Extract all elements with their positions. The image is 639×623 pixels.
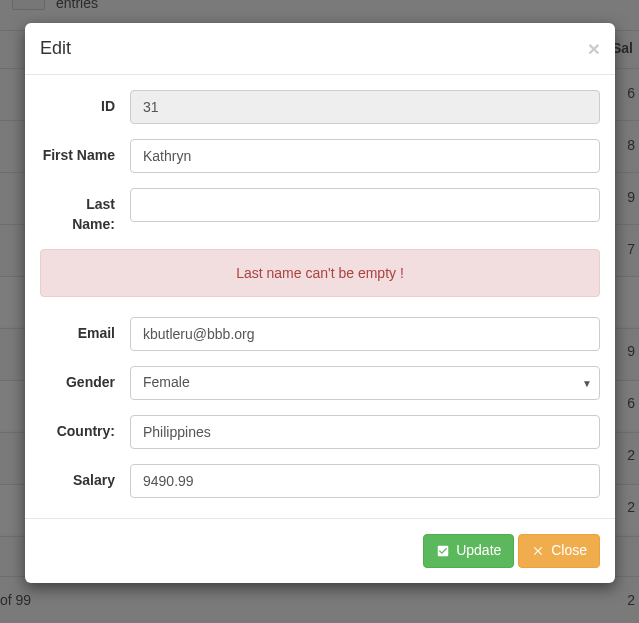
first-name-input[interactable] [130, 139, 600, 173]
close-icon [531, 544, 545, 558]
close-button-label: Close [551, 541, 587, 561]
last-name-label: Last Name: [40, 188, 130, 234]
salary-input[interactable] [130, 464, 600, 498]
check-square-icon [436, 544, 450, 558]
field-row-gender: Gender Female ▼ [40, 366, 600, 400]
country-label: Country: [40, 415, 130, 442]
modal-footer: Update Close [25, 518, 615, 583]
last-name-input[interactable] [130, 188, 600, 222]
modal-title: Edit [40, 38, 71, 59]
modal-body: ID First Name Last Name: Last name can't… [25, 75, 615, 518]
gender-label: Gender [40, 366, 130, 393]
field-row-salary: Salary [40, 464, 600, 498]
id-label: ID [40, 90, 130, 117]
country-input[interactable] [130, 415, 600, 449]
validation-alert: Last name can't be empty ! [40, 249, 600, 297]
field-row-id: ID [40, 90, 600, 124]
email-label: Email [40, 317, 130, 344]
gender-select[interactable]: Female [130, 366, 600, 400]
salary-label: Salary [40, 464, 130, 491]
update-button[interactable]: Update [423, 534, 514, 568]
field-row-first-name: First Name [40, 139, 600, 173]
validation-alert-text: Last name can't be empty ! [236, 265, 404, 281]
modal-close-x-button[interactable]: × [588, 38, 600, 59]
first-name-label: First Name [40, 139, 130, 166]
modal-header: Edit × [25, 23, 615, 75]
field-row-country: Country: [40, 415, 600, 449]
email-input[interactable] [130, 317, 600, 351]
id-input [130, 90, 600, 124]
update-button-label: Update [456, 541, 501, 561]
field-row-email: Email [40, 317, 600, 351]
close-button[interactable]: Close [518, 534, 600, 568]
edit-modal: Edit × ID First Name Last Name: Last nam… [25, 23, 615, 583]
field-row-last-name: Last Name: [40, 188, 600, 234]
